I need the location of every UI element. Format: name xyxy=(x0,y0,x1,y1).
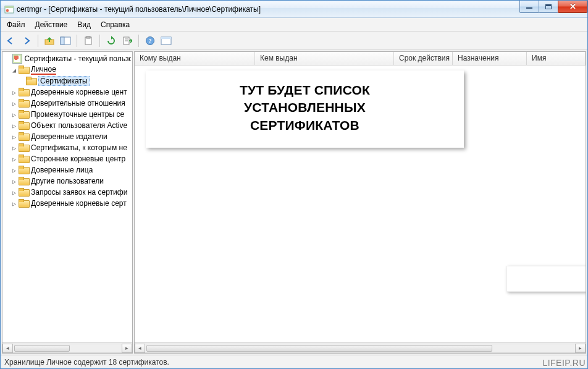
tree-label: Доверенные издатели xyxy=(31,132,107,141)
app-icon xyxy=(4,4,14,14)
scroll-left-button[interactable]: ◂ xyxy=(2,344,13,353)
forward-arrow-icon xyxy=(22,36,32,46)
tree-item[interactable]: ▷Доверенные корневые серт xyxy=(2,198,132,209)
folder-icon xyxy=(19,143,28,152)
properties-button[interactable] xyxy=(159,33,174,48)
expander-icon[interactable]: ▷ xyxy=(10,122,19,129)
folder-icon xyxy=(19,177,28,185)
scroll-right-button[interactable]: ▸ xyxy=(575,344,586,353)
tree-item[interactable]: ▷Промежуточные центры се xyxy=(2,109,132,120)
tree-label: Доверительные отношения xyxy=(31,99,125,108)
column-purposes[interactable]: Назначения xyxy=(453,52,527,65)
help-icon: ? xyxy=(145,36,155,46)
tree-item[interactable]: ▷Доверенные издатели xyxy=(2,131,132,142)
titlebar[interactable]: certmgr - [Сертификаты - текущий пользов… xyxy=(1,1,587,18)
expander-icon[interactable]: ▷ xyxy=(10,100,19,107)
tree-label: Личное xyxy=(31,65,56,75)
close-button[interactable]: ✕ xyxy=(558,1,587,13)
svg-text:?: ? xyxy=(149,38,152,45)
scroll-thumb[interactable] xyxy=(146,345,492,352)
annotation-line: СЕРТИФИКАТОВ xyxy=(153,117,456,134)
tree-item[interactable]: ▷Доверенные корневые цент xyxy=(2,87,132,98)
scroll-track[interactable] xyxy=(145,344,575,353)
tree-toggle-button[interactable] xyxy=(58,33,73,48)
expander-icon[interactable]: ▷ xyxy=(10,167,19,174)
help-button[interactable]: ? xyxy=(143,33,158,48)
svg-rect-14 xyxy=(161,37,171,39)
tree-item[interactable]: ▷Сторонние корневые центр xyxy=(2,153,132,164)
tree[interactable]: Сертификаты - текущий пользо ◢ Личное Се… xyxy=(2,52,132,342)
annotation-line: ТУТ БУДЕТ СПИСОК xyxy=(153,82,456,99)
status-bar: Хранилище Личное содержит 18 сертификато… xyxy=(1,355,587,368)
menu-file[interactable]: Файл xyxy=(2,19,30,30)
tree-personal[interactable]: ◢ Личное xyxy=(2,64,132,75)
expander-icon[interactable]: ▷ xyxy=(10,156,19,163)
list-header: Кому выдан Кем выдан Срок действия Назна… xyxy=(135,52,586,66)
column-friendly-name[interactable]: Имя xyxy=(527,52,586,65)
title-text: certmgr - [Сертификаты - текущий пользов… xyxy=(17,5,520,14)
column-expiration[interactable]: Срок действия xyxy=(394,52,453,65)
menu-action[interactable]: Действие xyxy=(30,19,73,30)
minimize-button[interactable] xyxy=(519,1,539,13)
annotation-overlay: ТУТ БУДЕТ СПИСОК УСТАНОВЛЕННЫХ СЕРТИФИКА… xyxy=(146,70,464,148)
expander-icon[interactable]: ▷ xyxy=(10,145,19,151)
tree-label: Доверенные корневые серт xyxy=(31,199,127,208)
menu-help[interactable]: Справка xyxy=(96,19,135,30)
tree-item[interactable]: ▷Объект пользователя Active xyxy=(2,120,132,131)
cut-button[interactable] xyxy=(81,33,96,48)
tree-item[interactable]: ▷Сертификаты, к которым не xyxy=(2,142,132,153)
tree-pane: Сертификаты - текущий пользо ◢ Личное Се… xyxy=(2,51,133,354)
folder-icon xyxy=(19,188,28,197)
menu-view[interactable]: Вид xyxy=(72,19,96,30)
tree-item[interactable]: ▷Доверительные отношения xyxy=(2,98,132,109)
folder-icon xyxy=(19,155,28,163)
tree-item[interactable]: ▷Запросы заявок на сертифи xyxy=(2,187,132,198)
svg-rect-7 xyxy=(86,36,90,38)
scroll-right-button[interactable]: ▸ xyxy=(122,344,132,353)
folder-icon xyxy=(19,88,28,96)
watermark: LIFEIP.RU xyxy=(542,358,586,368)
folder-icon xyxy=(19,121,28,130)
tree-h-scrollbar[interactable]: ◂ ▸ xyxy=(2,342,132,353)
expander-icon[interactable]: ◢ xyxy=(10,67,19,74)
scroll-track[interactable] xyxy=(13,344,122,353)
expander-icon[interactable]: ▷ xyxy=(10,178,19,185)
export-button[interactable] xyxy=(120,33,135,48)
floating-box xyxy=(506,266,586,292)
status-text: Хранилище Личное содержит 18 сертификато… xyxy=(4,358,169,367)
expander-icon[interactable]: ▷ xyxy=(10,89,19,96)
window-controls: ✕ xyxy=(520,1,587,17)
tree-item[interactable]: ▷Доверенные лица xyxy=(2,164,132,176)
expander-icon[interactable]: ▷ xyxy=(10,134,19,140)
list-body[interactable]: ТУТ БУДЕТ СПИСОК УСТАНОВЛЕННЫХ СЕРТИФИКА… xyxy=(135,66,586,342)
list-h-scrollbar[interactable]: ◂ ▸ xyxy=(135,342,586,353)
up-folder-icon xyxy=(44,36,54,46)
svg-rect-5 xyxy=(61,37,64,45)
tree-root[interactable]: Сертификаты - текущий пользо xyxy=(2,53,132,64)
column-issued-to[interactable]: Кому выдан xyxy=(135,52,255,65)
tree-label: Запросы заявок на сертифи xyxy=(31,188,127,197)
tree-item[interactable]: ▷Другие пользователи xyxy=(2,176,132,187)
tree-toggle-icon xyxy=(60,36,71,46)
expander-icon[interactable]: ▷ xyxy=(10,189,19,196)
tree-label: Сертификаты xyxy=(38,76,90,86)
folder-icon xyxy=(26,77,36,85)
maximize-button[interactable] xyxy=(539,1,558,13)
scroll-left-button[interactable]: ◂ xyxy=(135,344,145,353)
tree-label: Сертификаты - текущий пользо xyxy=(25,54,131,63)
scroll-thumb[interactable] xyxy=(14,345,70,352)
folder-icon xyxy=(19,132,28,141)
expander-icon[interactable]: ▷ xyxy=(10,200,19,207)
up-button[interactable] xyxy=(42,33,57,48)
tree-label: Сертификаты, к которым не xyxy=(31,143,127,152)
tree-personal-certs[interactable]: Сертификаты xyxy=(2,75,132,87)
back-button[interactable] xyxy=(3,33,18,48)
cert-store-icon xyxy=(12,54,22,64)
column-issued-by[interactable]: Кем выдан xyxy=(255,52,394,65)
expander-icon[interactable]: ▷ xyxy=(10,111,19,118)
forward-button[interactable] xyxy=(19,33,34,48)
folder-icon xyxy=(19,199,28,208)
folder-icon xyxy=(19,99,28,108)
refresh-button[interactable] xyxy=(104,33,119,48)
tree-label: Другие пользователи xyxy=(31,177,104,185)
